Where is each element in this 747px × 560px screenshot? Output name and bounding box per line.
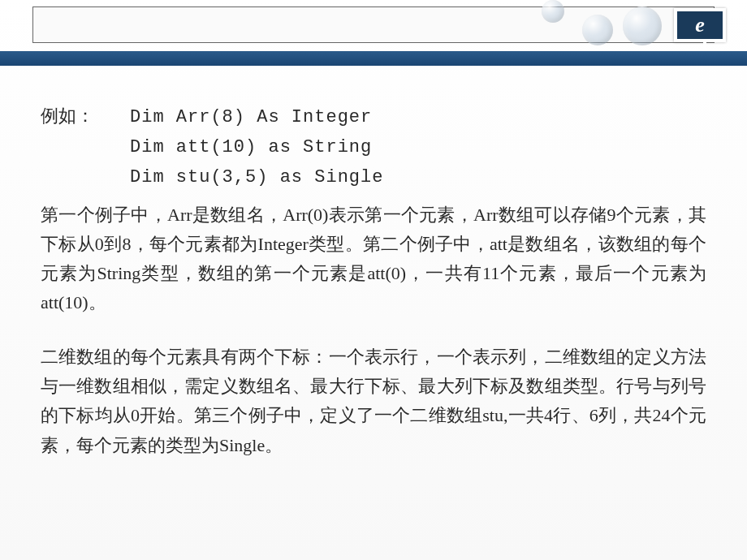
- code-example-block: 例如：Dim Arr(8) As Integer Dim att(10) as …: [41, 101, 706, 192]
- bubble-decoration-small: [542, 0, 564, 23]
- example-label: 例如：: [41, 101, 130, 130]
- monitor-icon: e: [674, 8, 735, 57]
- monitor-stand: [703, 42, 706, 49]
- monitor-screen: e: [674, 8, 726, 42]
- bubble-decoration-medium: [582, 15, 613, 45]
- logo-letter: e: [695, 13, 705, 37]
- explanation-paragraph-2: 二维数组的每个元素具有两个下标：一个表示行，一个表示列，二维数组的定义方法与一维…: [41, 342, 706, 460]
- code-line-2-row: Dim att(10) as String: [41, 131, 706, 162]
- code-line-1: Dim Arr(8) As Integer: [130, 107, 372, 127]
- code-line-1-row: 例如：Dim Arr(8) As Integer: [41, 101, 706, 131]
- code-line-3-row: Dim stu(3,5) as Single: [41, 162, 706, 192]
- code-line-2: Dim att(10) as String: [130, 137, 372, 157]
- header-divider-bar: [0, 51, 747, 66]
- slide-content: 例如：Dim Arr(8) As Integer Dim att(10) as …: [41, 101, 706, 460]
- bubble-decoration-large: [623, 6, 662, 45]
- code-line-3: Dim stu(3,5) as Single: [130, 167, 383, 187]
- explanation-paragraph-1: 第一个例子中，Arr是数组名，Arr(0)表示第一个元素，Arr数组可以存储9个…: [41, 200, 706, 318]
